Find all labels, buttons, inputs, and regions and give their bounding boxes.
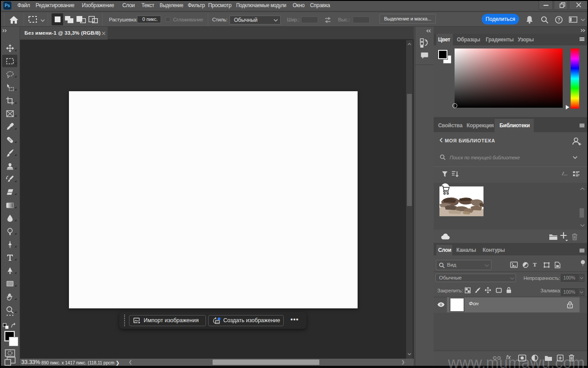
svg-text:?: ? (557, 17, 560, 22)
